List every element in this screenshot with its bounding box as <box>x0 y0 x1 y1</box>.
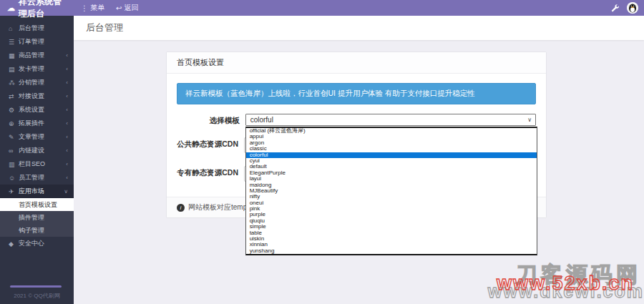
home-icon: ⌂ <box>9 25 19 32</box>
template-option[interactable]: table <box>246 230 537 236</box>
chevron-left-icon: ‹ <box>66 147 68 153</box>
select-caret-icon: ∨ <box>527 117 532 123</box>
template-option[interactable]: oneui <box>246 200 537 206</box>
select-template-label: 选择模板 <box>177 114 240 126</box>
template-option[interactable]: layui <box>246 176 537 182</box>
goods-icon: ▦ <box>9 52 19 59</box>
submenu-item-label: 插件管理 <box>19 213 44 222</box>
sidebar-item-seo[interactable]: ▥ 栏目SEO ‹ <box>0 157 74 171</box>
template-settings-card: 首页模板设置 祥云新模板（蓝色海岸）上线啦，行业首创UI 提升用户体验 有助于支… <box>166 52 547 218</box>
sidebar-item-label: 系统设置 <box>19 105 66 114</box>
template-dropdown: official (祥云蓝色海岸)appuiargonclassiccolorf… <box>245 127 537 255</box>
sidebar-progress-bar <box>10 285 62 288</box>
chevron-left-icon: ‹ <box>66 52 68 58</box>
shield-icon: ◆ <box>9 240 19 247</box>
wrench-icon[interactable] <box>610 4 620 13</box>
info-icon: i <box>177 204 185 212</box>
orders-icon: ☰ <box>9 39 19 46</box>
staff-icon: ☺ <box>9 175 19 182</box>
chevron-left-icon: ‹ <box>66 107 68 112</box>
plugin-icon: ⊕ <box>9 120 19 127</box>
sidebar-item-system[interactable]: ⚙ 系统设置 ‹ <box>0 103 74 117</box>
private-cdn-label: 专有静态资源CDN <box>177 166 238 178</box>
sidebar-item-internal-links[interactable]: ∞ 内链建设 ‹ <box>0 144 74 157</box>
template-option[interactable]: colorful <box>246 152 537 158</box>
main-area: 后台管理 首页模板设置 祥云新模板（蓝色海岸）上线啦，行业首创UI 提升用户体验… <box>74 16 644 304</box>
submenu-item-plugin-manage[interactable]: 插件管理 <box>0 211 74 224</box>
link-icon: ⇄ <box>9 93 19 100</box>
page-title: 后台管理 <box>86 21 123 34</box>
app-market-submenu: 首页模板设置 插件管理 钩子管理 <box>0 198 74 237</box>
gear-icon: ⚙ <box>9 107 19 114</box>
template-option[interactable]: ElegantPurple <box>246 170 537 176</box>
public-cdn-label: 公共静态资源CDN <box>177 137 238 149</box>
submenu-item-label: 首页模板设置 <box>19 200 57 210</box>
seo-icon: ▥ <box>9 161 19 168</box>
main-header: 后台管理 <box>74 16 644 40</box>
brand-title: 祥云系统管理后台 <box>19 0 67 20</box>
template-option[interactable]: xinnian <box>246 242 537 247</box>
sidebar-item-label: 内链建设 <box>19 146 66 155</box>
chevron-left-icon: ‹ <box>66 134 68 139</box>
sidebar-item-security[interactable]: ◆ 安全中心 <box>0 237 74 250</box>
sidebar-item-goods[interactable]: ▦ 商品管理 ‹ <box>0 49 74 62</box>
template-option[interactable]: argon <box>246 140 537 146</box>
template-option[interactable]: default <box>246 164 537 170</box>
menu-label: 菜单 <box>90 3 104 13</box>
sidebar-item-distribution[interactable]: ⁂ 分销管理 ‹ <box>0 76 74 89</box>
menu-toggle[interactable]: ⋮ 菜单 <box>81 3 104 13</box>
announcement-alert: 祥云新模板（蓝色海岸）上线啦，行业首创UI 提升用户体验 有助于支付接口提升稳定… <box>177 83 536 104</box>
submenu-item-hook-manage[interactable]: 钩子管理 <box>0 224 74 237</box>
submenu-item-label: 钩子管理 <box>19 226 44 235</box>
template-option[interactable]: MJBeautify <box>246 188 537 194</box>
chevron-left-icon: ‹ <box>66 161 68 167</box>
template-option[interactable]: yunshang <box>246 248 537 254</box>
sidebar-item-app-market[interactable]: ✈ 应用市场 ∨ <box>0 185 74 198</box>
template-option[interactable]: official (祥云蓝色海岸) <box>246 128 537 134</box>
sidebar-item-orders[interactable]: ☰ 订单管理 <box>0 35 74 49</box>
sidebar-item-label: 订单管理 <box>19 37 68 46</box>
chevron-left-icon: ‹ <box>66 66 68 72</box>
sidebar-item-label: 后台管理 <box>19 24 68 33</box>
sidebar-item-articles[interactable]: ✎ 文章管理 ‹ <box>0 130 74 144</box>
sidebar-item-dashboard[interactable]: ⌂ 后台管理 <box>0 21 74 35</box>
template-option[interactable]: qiuqiu <box>246 218 537 224</box>
back-label: 返回 <box>124 3 138 13</box>
chain-icon: ∞ <box>9 147 19 155</box>
sidebar-item-label: 分销管理 <box>19 78 66 87</box>
sidebar-item-label: 对接设置 <box>19 92 66 101</box>
sidebar-item-label: 发卡管理 <box>19 64 66 74</box>
user-avatar[interactable] <box>627 2 638 14</box>
template-option[interactable]: appui <box>246 134 537 139</box>
sidebar-item-staff[interactable]: ☺ 员工管理 ‹ <box>0 171 74 185</box>
share-icon: ⁂ <box>9 79 19 87</box>
sidebar-item-label: 商品管理 <box>19 51 66 60</box>
template-option[interactable]: classic <box>246 146 537 152</box>
chevron-left-icon: ‹ <box>66 175 68 180</box>
template-option[interactable]: simple <box>246 224 537 230</box>
chevron-left-icon: ‹ <box>66 120 68 126</box>
sidebar-item-label: 安全中心 <box>19 239 68 248</box>
template-option[interactable]: purple <box>246 212 537 217</box>
topbar: ☁ 祥云系统管理后台 ⋮ 菜单 ↩ 返回 <box>0 0 644 16</box>
template-select[interactable]: colorful ∨ <box>245 114 536 126</box>
template-select-value: colorful <box>250 116 273 124</box>
sidebar-item-label: 栏目SEO <box>19 160 66 169</box>
template-option[interactable]: pink <box>246 206 537 212</box>
cards-icon: ▤ <box>9 66 19 73</box>
submenu-item-template-settings[interactable]: 首页模板设置 <box>0 198 74 211</box>
sidebar-item-cards[interactable]: ▤ 发卡管理 ‹ <box>0 62 74 76</box>
sidebar-item-plugins[interactable]: ⊕ 拓展插件 ‹ <box>0 117 74 130</box>
template-option[interactable]: cyui <box>246 158 537 164</box>
template-option[interactable]: maidong <box>246 182 537 188</box>
chevron-down-icon: ∨ <box>64 188 68 194</box>
template-option[interactable]: nifty <box>246 194 537 200</box>
sidebar-item-label: 文章管理 <box>19 132 66 142</box>
sidebar: ⌂ 后台管理 ☰ 订单管理 ▦ 商品管理 ‹ ▤ 发卡管理 ‹ ⁂ 分销管理 ‹… <box>0 16 74 304</box>
sidebar-item-label: 员工管理 <box>19 173 66 182</box>
template-option[interactable]: uiskin <box>246 236 537 242</box>
sidebar-item-label: 应用市场 <box>19 187 64 196</box>
chevron-left-icon: ‹ <box>66 93 68 99</box>
sidebar-item-integration[interactable]: ⇄ 对接设置 ‹ <box>0 89 74 103</box>
back-link[interactable]: ↩ 返回 <box>116 3 138 13</box>
